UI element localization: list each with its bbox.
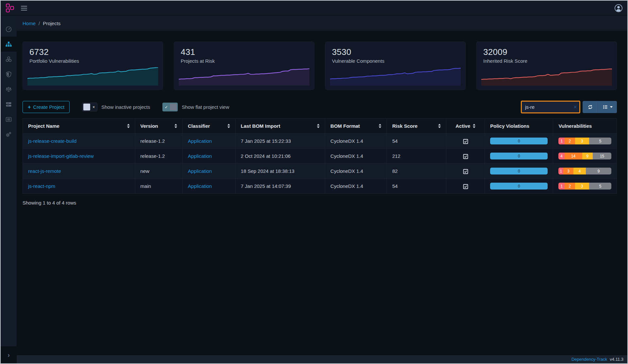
cell-classifier: Application	[183, 149, 236, 164]
dependency-track-footer-link[interactable]: Dependency-Track	[571, 357, 607, 362]
cell-active	[446, 134, 485, 149]
rows-summary: Showing 1 to 4 of 4 rows	[23, 200, 617, 206]
project-search-input[interactable]	[522, 104, 579, 110]
refresh-button[interactable]	[583, 101, 598, 113]
col-header-last-bom-import[interactable]: Last BOM Import	[235, 119, 325, 134]
project-search-box: ×	[521, 101, 580, 113]
classifier-link[interactable]: Application	[188, 153, 212, 159]
vuln-badge-unassigned: 9	[586, 168, 611, 174]
search-clear-icon[interactable]: ×	[574, 104, 577, 110]
create-project-button[interactable]: + Create Project	[23, 101, 70, 113]
show-flat-project-view-label: Show flat project view	[182, 104, 229, 110]
projects-table: Project Name Version Classifier Last BOM…	[23, 118, 617, 194]
chevron-down-icon	[610, 106, 613, 108]
vulnerabilities-bar: 414915	[558, 153, 611, 159]
col-header-classifier[interactable]: Classifier	[183, 119, 236, 134]
servers-icon	[5, 101, 12, 108]
cell-bom-format: CycloneDX 1.4	[325, 149, 387, 164]
cell-project-name: react-js-remote	[23, 164, 135, 179]
sidebar-item-vulnerabilities[interactable]	[1, 67, 17, 82]
sidebar: ›	[1, 16, 17, 363]
breadcrumb-home-link[interactable]: Home	[23, 21, 36, 26]
sort-icon[interactable]	[174, 124, 177, 128]
breadcrumb: Home / Projects	[17, 16, 627, 31]
toggle-check-icon: ✓	[162, 105, 170, 109]
vuln-badge-unassigned: 15	[593, 153, 611, 159]
sort-icon[interactable]	[127, 124, 130, 128]
cell-version: release-1.2	[135, 149, 182, 164]
col-header-project-name[interactable]: Project Name	[23, 119, 135, 134]
card-portfolio-vulnerabilities: 6732 Portfolio Vulnerabilities	[23, 41, 163, 90]
sidebar-item-policy-audit[interactable]	[1, 112, 17, 127]
plus-icon: +	[28, 104, 31, 110]
checked-checkbox-icon[interactable]	[463, 154, 468, 159]
show-inactive-projects-toggle[interactable]: ×	[82, 103, 97, 111]
vuln-badge-unassigned: 5	[589, 138, 611, 144]
app-window: › Home / Projects 6732 Portfolio Vulnera…	[0, 0, 628, 364]
vuln-badge-medium: 3	[575, 138, 589, 144]
cell-last-bom-import: 18 Sep 2024 at 18:38:13	[235, 164, 325, 179]
col-header-vulnerabilities: Vulnerabilities	[553, 119, 617, 134]
sidebar-item-licenses[interactable]	[1, 82, 17, 97]
sparkline-chart	[179, 67, 309, 86]
user-avatar[interactable]	[614, 4, 623, 12]
col-header-version[interactable]: Version	[135, 119, 182, 134]
cell-bom-format: CycloneDX 1.4	[325, 134, 387, 149]
policy-violations-bar: 0	[490, 138, 548, 144]
project-link[interactable]: js-release-import-gitlab-review	[28, 153, 94, 159]
sidebar-item-administration[interactable]	[1, 127, 17, 142]
sort-icon[interactable]	[438, 124, 441, 128]
card-inherited-risk-score: 32009 Inherited Risk Score	[476, 41, 617, 90]
checked-checkbox-icon[interactable]	[463, 169, 468, 174]
cell-project-name: js-react-npm	[23, 179, 135, 194]
cell-bom-format: CycloneDX 1.4	[325, 164, 387, 179]
card-projects-at-risk: 431 Projects at Risk	[174, 41, 314, 90]
col-header-risk-score[interactable]: Risk Score	[387, 119, 446, 134]
table-row: js-react-npmmainApplication7 Jan 2025 at…	[23, 179, 617, 194]
columns-dropdown-button[interactable]	[598, 101, 617, 113]
classifier-link[interactable]: Application	[188, 183, 212, 189]
sidebar-minimize-chevron-icon[interactable]: ›	[1, 346, 17, 363]
sort-icon[interactable]	[379, 124, 381, 128]
col-header-active[interactable]: Active	[446, 119, 485, 134]
cell-vulnerabilities: 414915	[553, 149, 617, 164]
project-link[interactable]: react-js-remote	[28, 168, 61, 174]
col-header-bom-format[interactable]: BOM Format	[325, 119, 387, 134]
toggle-knob	[83, 104, 90, 110]
toggle-knob	[170, 104, 177, 110]
cell-version: new	[135, 164, 182, 179]
sort-icon[interactable]	[473, 124, 475, 128]
classifier-link[interactable]: Application	[188, 138, 212, 144]
scales-icon	[5, 86, 12, 93]
dependency-track-logo-icon	[5, 3, 15, 13]
cell-version: main	[135, 179, 182, 194]
card-value: 3530	[332, 47, 351, 57]
project-link[interactable]: js-react-npm	[28, 183, 55, 189]
sidebar-item-components[interactable]	[1, 52, 17, 67]
cell-vulnerabilities: 1235	[553, 134, 617, 149]
gauge-icon	[5, 26, 12, 33]
cell-classifier: Application	[183, 164, 236, 179]
cell-last-bom-import: 7 Jan 2025 at 14:07:39	[235, 179, 325, 194]
cell-policy-violations: 0	[485, 134, 553, 149]
sidebar-item-dashboard[interactable]	[1, 22, 17, 37]
project-link[interactable]: js-release-create-build	[28, 138, 76, 144]
card-label: Vulnerable Components	[332, 58, 384, 64]
sort-icon[interactable]	[227, 124, 230, 128]
checked-checkbox-icon[interactable]	[463, 184, 468, 189]
cell-vulnerabilities: 1235	[553, 179, 617, 194]
cell-project-name: js-release-import-gitlab-review	[23, 149, 135, 164]
menu-toggle-icon[interactable]	[21, 6, 27, 10]
show-flat-project-view-toggle[interactable]: ✓	[162, 103, 178, 111]
cell-policy-violations: 0	[485, 164, 553, 179]
card-label: Portfolio Vulnerabilities	[29, 58, 79, 64]
checked-checkbox-icon[interactable]	[463, 139, 468, 144]
sidebar-item-vulnerability-audit[interactable]	[1, 97, 17, 112]
show-inactive-projects-label: Show inactive projects	[101, 104, 150, 110]
col-header-policy-violations: Policy Violations	[485, 119, 553, 134]
cell-last-bom-import: 2 Oct 2024 at 10:21:06	[235, 149, 325, 164]
cell-risk-score: 212	[387, 149, 446, 164]
sort-icon[interactable]	[317, 124, 320, 128]
sidebar-item-projects[interactable]	[1, 37, 17, 52]
classifier-link[interactable]: Application	[188, 168, 212, 174]
